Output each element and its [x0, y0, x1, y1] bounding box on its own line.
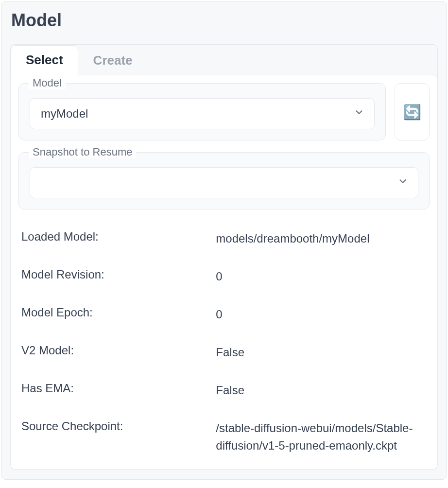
loaded-model-value: models/dreambooth/myModel: [216, 230, 427, 247]
model-fieldset: Model myModel: [18, 83, 386, 140]
snapshot-fieldset: Snapshot to Resume: [18, 152, 430, 209]
model-select-value: myModel: [41, 107, 88, 121]
tab-select-label: Select: [26, 52, 63, 67]
source-checkpoint-label: Source Checkpoint:: [21, 419, 216, 454]
v2-model-value: False: [216, 344, 427, 361]
tab-content-select: Model myModel 🔄 Snapshot to Resume: [11, 75, 437, 469]
model-epoch-label: Model Epoch:: [21, 306, 216, 323]
tab-create-label: Create: [93, 53, 133, 68]
tab-select[interactable]: Select: [11, 45, 78, 76]
tab-row: Select Create: [11, 45, 437, 75]
chevron-down-icon: [354, 107, 364, 121]
model-epoch-value: 0: [216, 306, 427, 323]
model-revision-label: Model Revision:: [21, 268, 216, 285]
snapshot-select[interactable]: [30, 167, 418, 198]
snapshot-fieldset-legend: Snapshot to Resume: [29, 146, 136, 158]
model-fieldset-legend: Model: [29, 77, 66, 89]
loaded-model-label: Loaded Model:: [21, 230, 216, 247]
has-ema-label: Has EMA:: [21, 382, 216, 399]
source-checkpoint-value: /stable-diffusion-webui/models/Stable-di…: [216, 419, 427, 454]
tabs-container: Select Create Model myModel 🔄: [10, 44, 438, 470]
model-select[interactable]: myModel: [30, 98, 375, 129]
refresh-button[interactable]: 🔄: [395, 83, 430, 140]
has-ema-value: False: [216, 382, 427, 399]
v2-model-label: V2 Model:: [21, 344, 216, 361]
snapshot-row: Snapshot to Resume: [18, 152, 430, 209]
chevron-down-icon: [397, 176, 408, 190]
model-select-row: Model myModel 🔄: [18, 83, 430, 140]
model-revision-value: 0: [216, 268, 427, 285]
panel-title: Model: [10, 10, 438, 31]
model-info-grid: Loaded Model: models/dreambooth/myModel …: [18, 215, 430, 454]
tab-create[interactable]: Create: [78, 46, 148, 76]
refresh-icon: 🔄: [403, 104, 421, 121]
model-panel: Model Select Create Model myModel: [1, 1, 447, 480]
